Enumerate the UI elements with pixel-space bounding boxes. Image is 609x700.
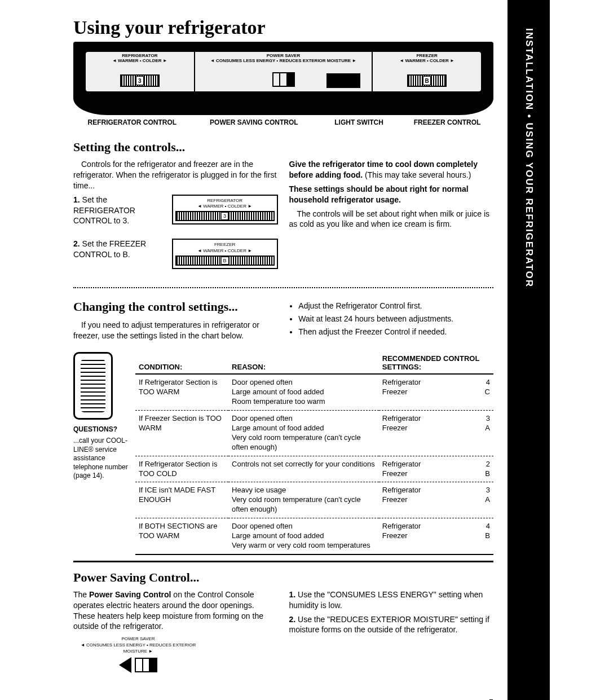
mini-refrig-diagram: REFRIGERATOR ◄ WARMER • COLDER ► 3	[172, 195, 278, 225]
refrigerator-dial-value: 3	[136, 76, 144, 85]
table-row: If Freezer Section is TOO WARMDoor opene…	[135, 411, 493, 456]
setting-right1-rest: (This may take several hours.)	[363, 170, 471, 179]
changing-intro: If you need to adjust temperatures in re…	[73, 320, 278, 341]
cell-condition: If Refrigerator Section is TOO WARM	[135, 374, 228, 410]
power-right-col: 1. Use the "CONSUMES LESS ENERGY" settin…	[289, 589, 494, 673]
table-row: If BOTH SECTIONS are TOO WARMDoor opened…	[135, 518, 493, 554]
bullet-2: Then adjust the Freezer Control if neede…	[298, 327, 493, 337]
cell-condition: If BOTH SECTIONS are TOO WARM	[135, 518, 228, 554]
cell-reason: Heavy ice usage Very cold room temperatu…	[228, 482, 379, 518]
table-row: If Refrigerator Section is TOO WARMDoor …	[135, 374, 493, 410]
power-left-col: The Power Saving Control on the Control …	[73, 589, 278, 673]
freezer-dial: B	[407, 74, 447, 87]
cell-recommended: Refrigerator3FreezerA	[379, 482, 493, 518]
console-refrigerator: REFRIGERATOR ◄ WARMER • COLDER ► 3	[86, 52, 195, 91]
setting-step1: 1. Set the REFRIGERATOR CONTROL to 3.	[73, 195, 167, 227]
cell-recommended: Refrigerator4FreezerC	[379, 374, 493, 410]
light-switch-icon	[326, 73, 360, 88]
cell-recommended: Refrigerator3FreezerA	[379, 411, 493, 456]
cell-condition: If ICE isn't MADE FAST ENOUGH	[135, 482, 228, 518]
setting-heading: Setting the controls...	[73, 140, 493, 155]
bullet-0: Adjust the Refrigerator Control first.	[298, 301, 493, 311]
setting-right2-bold: These settings should be about right for…	[289, 184, 469, 204]
frz-range: ◄ WARMER • COLDER ►	[399, 59, 454, 64]
setting-step2: 2. Set the FREEZER CONTROL to B.	[73, 239, 167, 260]
setting-left-col: Controls for the refrigerator and freeze…	[73, 159, 278, 281]
mini-freezer-diagram: FREEZER ◄ WARMER • COLDER ► B	[172, 239, 278, 269]
setting-right-col: Give the refrigerator time to cool down …	[289, 159, 494, 281]
ps-range: ◄ CONSUMES LESS ENERGY • REDUCES EXTERIO…	[210, 59, 356, 64]
power-bold: Power Saving Control	[89, 590, 171, 599]
freezer-dial-value: B	[423, 76, 431, 85]
page-title: Using your refrigerator	[73, 17, 493, 38]
cell-condition: If Refrigerator Section is TOO COLD	[135, 456, 228, 482]
cell-reason: Door opened often Large amount of food a…	[228, 518, 379, 554]
power-step1: Use the "CONSUMES LESS ENERGY" setting w…	[289, 590, 483, 610]
chart-h-rec: RECOMMENDED CONTROL SETTINGS:	[379, 352, 493, 374]
settings-chart-table: CONDITION: REASON: RECOMMENDED CONTROL S…	[135, 352, 493, 554]
console-freezer: FREEZER ◄ WARMER • COLDER ► B	[373, 52, 481, 91]
refrigerator-dial: 3	[120, 74, 160, 87]
side-tab: INSTALLATION • USING YOUR REFRIGERATOR	[508, 0, 550, 700]
questions-aside: QUESTIONS? ...call your COOL-LINE® servi…	[73, 352, 130, 554]
setting-intro: Controls for the refrigerator and freeze…	[73, 159, 278, 191]
console-labels-row: REFRIGERATOR CONTROL POWER SAVING CONTRO…	[73, 118, 493, 126]
questions-heading: QUESTIONS?	[73, 425, 130, 434]
page-number: 5	[489, 697, 493, 700]
cell-recommended: Refrigerator2FreezerB	[379, 456, 493, 482]
bullet-1: Wait at least 24 hours between adjustmen…	[298, 314, 493, 324]
page-content: Using your refrigerator REFRIGERATOR ◄ W…	[73, 17, 493, 673]
label-refrigerator-control: REFRIGERATOR CONTROL	[73, 118, 191, 126]
cell-condition: If Freezer Section is TOO WARM	[135, 411, 228, 456]
cell-reason: Controls not set correctly for your cond…	[228, 456, 379, 482]
refrig-range: ◄ WARMER • COLDER ►	[112, 59, 167, 64]
setting-right3: The controls will be set about right whe…	[289, 209, 494, 230]
settings-chart: QUESTIONS? ...call your COOL-LINE® servi…	[73, 352, 493, 554]
side-tab-label: INSTALLATION • USING YOUR REFRIGERATOR	[523, 28, 535, 288]
control-console-diagram: REFRIGERATOR ◄ WARMER • COLDER ► 3 POWER…	[73, 42, 493, 115]
questions-text: ...call your COOL-LINE® service assistan…	[73, 437, 128, 479]
table-row: If ICE isn't MADE FAST ENOUGHHeavy ice u…	[135, 482, 493, 518]
changing-bullets: Adjust the Refrigerator Control first. W…	[289, 301, 494, 337]
cell-reason: Door opened often Large amount of food a…	[228, 374, 379, 410]
label-light-switch: LIGHT SWITCH	[317, 118, 401, 126]
cell-reason: Door opened often Large amount of food a…	[228, 411, 379, 456]
powersaver-switch	[272, 72, 295, 87]
changing-heading: Changing the control settings...	[73, 298, 278, 315]
chart-h-reason: REASON:	[228, 352, 379, 374]
cell-recommended: Refrigerator4FreezerB	[379, 518, 493, 554]
console-powersaver: POWER SAVER ◄ CONSUMES LESS ENERGY • RED…	[195, 52, 373, 91]
label-power-saving-control: POWER SAVING CONTROL	[191, 118, 317, 126]
power-saver-diagram: POWER SAVER ◄ CONSUMES LESS ENERGY • RED…	[73, 636, 203, 672]
thermometer-icon	[73, 352, 113, 420]
label-freezer-control: FREEZER CONTROL	[401, 118, 493, 126]
power-heading: Power Saving Control...	[73, 570, 493, 585]
arrow-left-icon	[119, 657, 131, 673]
table-row: If Refrigerator Section is TOO COLDContr…	[135, 456, 493, 482]
power-step2: Use the "REDUCES EXTERIOR MOISTURE" sett…	[289, 615, 489, 635]
power-saver-switch-icon	[135, 658, 157, 672]
chart-h-condition: CONDITION:	[135, 352, 228, 374]
